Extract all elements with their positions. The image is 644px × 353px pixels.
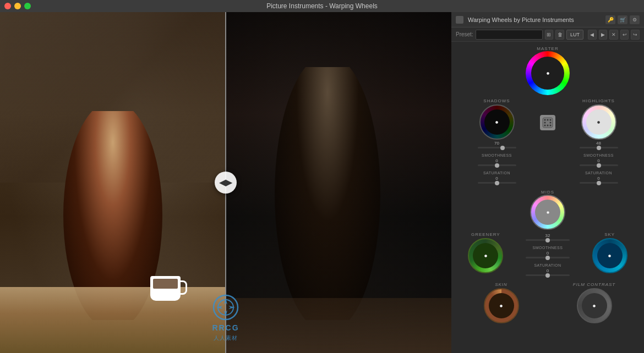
maximize-button[interactable] — [24, 3, 31, 9]
sky-wheel-inner — [597, 243, 623, 268]
greenery-wheel[interactable] — [468, 238, 503, 273]
filmcontrast-dot — [593, 305, 596, 307]
svg-marker-2 — [224, 298, 227, 305]
svg-point-8 — [547, 119, 549, 121]
dice-container — [540, 98, 555, 130]
randomize-button[interactable] — [540, 115, 555, 130]
greenery-saturation-slider[interactable] — [526, 274, 570, 280]
svg-marker-3 — [224, 310, 227, 317]
svg-point-11 — [550, 122, 552, 124]
split-view: ◀▶ RRCG 人人素材 — [0, 12, 451, 353]
highlights-wheel[interactable] — [581, 104, 616, 140]
highlights-label: HIGHLIGHTS — [582, 98, 615, 103]
skin-wheel[interactable] — [484, 288, 519, 323]
shadows-smoothness-label: SMOOTHNESS — [482, 153, 512, 157]
watermark-subtitle: 人人素材 — [214, 334, 238, 342]
greenery-sky-center-controls: 32 SMOOTHNESS 0 SATURATION 0 — [518, 232, 578, 280]
mids-wheel-inner — [535, 200, 560, 225]
shadows-label: SHADOWS — [483, 98, 510, 103]
highlights-saturation-label: SATURATION — [585, 171, 612, 175]
master-section: MASTER — [456, 46, 640, 95]
filmcontrast-wheel-inner — [582, 293, 607, 318]
watermark: RRCG 人人素材 — [212, 294, 239, 342]
prev-btn[interactable]: ◀ — [588, 30, 597, 40]
right-panel: Warping Wheels by Picture Instruments 🔑 … — [451, 12, 644, 353]
settings-icon-btn[interactable]: ⚙ — [630, 15, 640, 24]
watermark-logo-icon — [212, 294, 239, 321]
preset-input[interactable] — [476, 30, 543, 40]
sky-label: SKY — [604, 232, 615, 237]
lut-btn[interactable]: LUT — [566, 30, 583, 40]
highlights-smoothness-slider[interactable] — [580, 164, 618, 170]
table-left — [0, 287, 226, 353]
title-bar: Picture Instruments - Warping Wheels — [0, 0, 644, 12]
highlights-section: HIGHLIGHTS 48 SMOOTHNESS 0 — [558, 98, 640, 187]
redo-btn[interactable]: ↪ — [631, 30, 640, 40]
sky-wheel[interactable] — [592, 238, 627, 273]
greenery-dot — [484, 255, 487, 257]
shadows-slider-value: 70 — [494, 141, 499, 146]
svg-point-13 — [547, 125, 549, 126]
skin-section: Skin — [456, 282, 547, 323]
dice-icon — [542, 117, 553, 128]
shadows-dot — [495, 121, 498, 124]
master-wheel[interactable] — [526, 51, 570, 95]
window-controls[interactable] — [4, 3, 31, 9]
cart-icon-btn[interactable]: 🛒 — [618, 15, 627, 24]
greenery-smoothness-slider[interactable] — [526, 257, 570, 262]
svg-point-7 — [544, 119, 546, 121]
greenery-smoothness-label: SMOOTHNESS — [533, 246, 563, 250]
plugin-icon — [456, 16, 463, 24]
panel-header: Warping Wheels by Picture Instruments 🔑 … — [451, 12, 644, 27]
svg-marker-5 — [228, 306, 235, 309]
svg-marker-4 — [216, 306, 223, 309]
mids-label: MIDS — [541, 190, 554, 195]
delete-btn[interactable]: 🗑 — [555, 30, 564, 40]
shadows-wheel[interactable] — [479, 104, 515, 140]
after-image — [226, 12, 451, 353]
filmcontrast-section: Film Contrast — [549, 282, 640, 323]
skin-dot — [500, 305, 503, 307]
panel-toolbar: Preset: ⊞ 🗑 LUT ◀ ▶ ✕ ↩ ↪ — [451, 27, 644, 42]
grid-view-btn[interactable]: ⊞ — [545, 30, 554, 40]
highlights-dot — [597, 121, 600, 124]
header-actions[interactable]: 🔑 🛒 ⚙ — [605, 15, 640, 24]
split-handle[interactable]: ◀▶ — [215, 172, 237, 194]
greenery-saturation-label: SATURATION — [534, 263, 561, 267]
close-button[interactable] — [4, 3, 11, 9]
shadows-slider[interactable] — [478, 147, 516, 152]
svg-point-14 — [550, 125, 552, 126]
svg-point-9 — [550, 119, 552, 121]
mids-section: MIDS — [456, 190, 640, 230]
controls-area: MASTER SHADOWS 70 — [451, 42, 644, 353]
person-right — [272, 67, 383, 320]
shadows-saturation-slider[interactable] — [478, 182, 516, 187]
greenery-label: GREENERY — [471, 232, 500, 237]
svg-point-12 — [544, 125, 546, 126]
highlights-saturation-slider[interactable] — [580, 182, 618, 187]
master-wheel-inner — [531, 57, 564, 90]
minimize-button[interactable] — [14, 3, 21, 9]
master-wheel-dot — [547, 72, 549, 75]
shadows-smoothness-slider[interactable] — [478, 164, 516, 170]
greenery-sky-row: GREENERY 32 SMOOTHNESS — [456, 232, 640, 280]
window-title: Picture Instruments - Warping Wheels — [266, 2, 378, 10]
close-panel-btn[interactable]: ✕ — [609, 30, 618, 40]
shadows-section: SHADOWS 70 SMOOTHNESS 0 — [456, 98, 538, 187]
shadows-saturation-label: SATURATION — [483, 171, 510, 175]
shadows-wheel-inner — [484, 109, 510, 135]
undo-btn[interactable]: ↩ — [620, 30, 629, 40]
greenery-wheel-inner — [473, 243, 498, 268]
skin-filmcontrast-row: Skin Film Contrast — [456, 282, 640, 323]
sky-top-slider[interactable] — [526, 239, 570, 245]
highlights-smoothness-label: SMOOTHNESS — [583, 153, 614, 157]
sky-dot — [608, 255, 611, 257]
before-image — [0, 12, 226, 353]
image-viewer: ◀▶ RRCG 人人素材 — [0, 12, 451, 353]
filmcontrast-wheel[interactable] — [577, 288, 612, 323]
preset-label: Preset: — [456, 31, 473, 37]
key-icon-btn[interactable]: 🔑 — [605, 15, 615, 24]
next-btn[interactable]: ▶ — [599, 30, 608, 40]
highlights-slider[interactable] — [580, 147, 618, 152]
mids-wheel[interactable] — [530, 195, 565, 230]
